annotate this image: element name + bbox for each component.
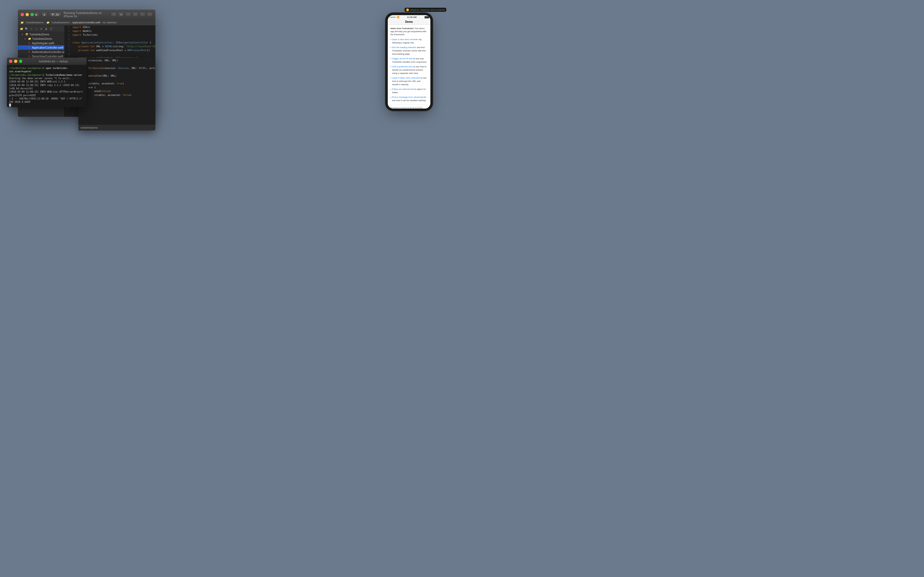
debug-toggle[interactable]: □ bbox=[139, 12, 145, 17]
run-button[interactable]: ▶ bbox=[34, 12, 39, 17]
sim-intro: Hello from Turbolinks! This demo app wil… bbox=[391, 27, 428, 36]
terminal-cmd-2: TurbolinksDemo/demo-server bbox=[46, 74, 82, 76]
sim-link-3[interactable]: Trigger an HTTP 404 bbox=[392, 57, 412, 60]
breadcrumb-2[interactable]: TurbolinksDemo bbox=[52, 21, 69, 24]
inspector-toggle[interactable]: □ bbox=[147, 12, 153, 17]
terminal-prompt-2: ~/turbolinks-ios(master)$ bbox=[9, 74, 46, 76]
terminal-maximize-button[interactable] bbox=[19, 60, 22, 63]
sim-status-bar: Carrier 📶 11:00 AM bbox=[388, 15, 430, 19]
cont-line-6 bbox=[81, 78, 153, 82]
breadcrumb-sep-2: › bbox=[70, 21, 71, 24]
cont-line-9: ated(false) bbox=[81, 90, 153, 93]
sim-rendered: Rendered on 2016-03-09 at 11:00:20 bbox=[391, 105, 428, 108]
nav-applicationcontroller[interactable]: S ApplicationController.swift bbox=[18, 45, 65, 50]
maximize-button[interactable] bbox=[31, 13, 34, 16]
navigator-toggle[interactable]: □ bbox=[132, 12, 138, 17]
terminal-close-button[interactable] bbox=[9, 60, 12, 63]
iphone-simulator: Carrier 📶 11:00 AM Demo Hello from Turbo… bbox=[388, 15, 430, 108]
breadcrumb-folder-icon-2: 📁 bbox=[46, 21, 50, 24]
swift-file-icon-3: S bbox=[27, 50, 31, 54]
minimize-button[interactable] bbox=[26, 13, 29, 16]
code-line-8: 8 bbox=[65, 53, 155, 56]
report-icon[interactable]: ☰ bbox=[49, 27, 53, 31]
test-icon[interactable]: ◇ bbox=[34, 27, 38, 31]
terminal-body[interactable]: ~/turbolinks-ios(master)$ open turbolink… bbox=[7, 65, 87, 107]
swift-file-icon: S bbox=[27, 41, 31, 45]
sim-link-7[interactable]: Post a message from JavaScript bbox=[392, 96, 423, 98]
terminal-cursor bbox=[9, 103, 11, 106]
breadcrumb-sep-3: › bbox=[101, 21, 102, 24]
cont-line-8: ace { bbox=[81, 86, 153, 90]
breakpoint-icon[interactable]: ◉ bbox=[44, 27, 48, 31]
sim-nav-title: Demo bbox=[390, 20, 428, 23]
run-status: Running TurbolinksDemo on iPhone 6s bbox=[63, 11, 111, 18]
version-toggle[interactable]: ↔ bbox=[125, 12, 131, 17]
sim-link-5[interactable]: Load a native view controller bbox=[392, 77, 420, 79]
code-line-3: 3 import Turbolinks bbox=[65, 33, 155, 37]
scheme-selector[interactable]: iP...6s bbox=[49, 12, 61, 17]
breadcrumb-bar: 📁 TurbolinksDemo › 📁 TurbolinksDemo › Ap… bbox=[18, 19, 155, 26]
nav-authcontroller[interactable]: S AuthenticationController.swift bbox=[18, 50, 65, 54]
terminal-cursor-line bbox=[9, 103, 84, 107]
sim-battery bbox=[424, 16, 429, 18]
assistant-toggle[interactable]: ⊞ bbox=[118, 12, 124, 17]
cont-line-7: sitable, animated: true) bbox=[81, 82, 153, 86]
stop-button[interactable]: ■ bbox=[42, 12, 47, 17]
sim-nav-bar: Demo bbox=[388, 19, 430, 25]
search-icon[interactable]: 🔍 bbox=[24, 27, 28, 31]
terminal-output-5: ::1 -- [09/Mar/2016:11:00:20 -0600] "GET… bbox=[9, 97, 84, 104]
terminal-prompt-1: ~/turbolinks-ios(master)$ bbox=[9, 67, 46, 69]
sim-bullet-2: • See the loading indicator and test Tur… bbox=[391, 46, 428, 56]
sim-link-1[interactable]: Open a new view controller bbox=[392, 38, 418, 41]
warning-icon[interactable]: ⚠ bbox=[29, 27, 33, 31]
folder-icon[interactable]: 📁 bbox=[19, 27, 23, 31]
debug-nav-icon[interactable]: ⚙ bbox=[39, 27, 43, 31]
breadcrumb-sep-1: › bbox=[44, 21, 45, 24]
code-line-5: 5 class ApplicationController: UINavigat… bbox=[65, 41, 155, 45]
project-folder-icon: 📦 bbox=[25, 32, 29, 36]
breadcrumb-folder-icon: 📁 bbox=[20, 21, 24, 24]
navigator-toolbar: 📁 🔍 ⚠ ◇ ⚙ ◉ ☰ bbox=[18, 26, 65, 32]
nav-applicationcontroller-label: ApplicationController.swift bbox=[32, 46, 63, 49]
cont-line-5: ontroller(URL: URL) bbox=[81, 74, 153, 78]
nav-appdelegate[interactable]: S AppDelegate.swift bbox=[18, 41, 65, 45]
simulator-device-label: iPhone 6s - iPhone 6s / iOS 9.2 (13C75) bbox=[410, 9, 445, 11]
cont-line-1: n(session, URL: URL) bbox=[81, 59, 153, 63]
sim-bullet-3: • Trigger an HTTP 404 to see how Turboli… bbox=[391, 57, 428, 64]
terminal-output-1: Starting the demo server (press ^C to ex… bbox=[9, 77, 84, 80]
cont-line-2 bbox=[81, 63, 153, 66]
sim-link-6[interactable]: Follow an external link bbox=[392, 88, 414, 90]
code-line-4: 4 bbox=[65, 37, 155, 41]
disclosure-triangle-group: ▾ bbox=[24, 38, 27, 40]
terminal-line-1: ~/turbolinks-ios(master)$ open turbolink… bbox=[9, 66, 84, 73]
nav-root-label: TurbolinksDemo bbox=[29, 33, 49, 36]
breadcrumb-3[interactable]: ApplicationController.swift bbox=[72, 21, 100, 24]
sim-link-2[interactable]: See the loading indicator bbox=[392, 46, 416, 48]
traffic-lights bbox=[21, 13, 34, 16]
terminal-traffic-lights bbox=[9, 60, 22, 63]
editor-toggle[interactable]: ≡ bbox=[111, 12, 117, 17]
sim-bullet-7: • Post a message from JavaScript to see … bbox=[391, 96, 428, 102]
sim-bullet-1: • Open a new view controller by followin… bbox=[391, 38, 428, 45]
sim-time: 11:00 AM bbox=[407, 16, 417, 18]
group-folder-icon: 📁 bbox=[27, 37, 31, 41]
nav-group-item[interactable]: ▾ 📁 TurbolinksDemo bbox=[18, 37, 65, 41]
sim-carrier: Carrier 📶 bbox=[389, 16, 399, 18]
close-button[interactable] bbox=[21, 13, 24, 16]
code-tab-label: turbolinksDemo bbox=[81, 126, 98, 129]
sim-content[interactable]: Hello from Turbolinks! This demo app wil… bbox=[388, 25, 430, 108]
sim-bullet-5: • Load a native view controller to see h… bbox=[391, 76, 428, 86]
sim-minimize[interactable] bbox=[406, 8, 409, 11]
xcode-titlebar: ▶ ■ iP...6s Running TurbolinksDemo on iP… bbox=[18, 10, 155, 19]
terminal-window[interactable]: turbolinks-ios — rackup ~/turbolinks-ios… bbox=[7, 58, 87, 107]
nav-root-item[interactable]: ▾ 📦 TurbolinksDemo bbox=[18, 32, 65, 37]
sim-bullet-6: • Follow an external link to open it in … bbox=[391, 88, 428, 94]
code-continuation-panel[interactable]: n(session, URL: URL) ForSession(session:… bbox=[78, 58, 155, 131]
nav-group-label: TurbolinksDemo bbox=[32, 37, 52, 40]
code-line-1: 1 import UIKit bbox=[65, 26, 155, 29]
breadcrumb-1[interactable]: TurbolinksDemo bbox=[26, 21, 44, 24]
cont-line-3: ForSession(session: Session, URL: NSURL,… bbox=[81, 66, 153, 70]
sim-link-4[interactable]: Visit a protected area bbox=[392, 65, 412, 68]
terminal-minimize-button[interactable] bbox=[14, 60, 17, 63]
simulator-title-bar: iPhone 6s - iPhone 6s / iOS 9.2 (13C75) bbox=[406, 8, 445, 11]
